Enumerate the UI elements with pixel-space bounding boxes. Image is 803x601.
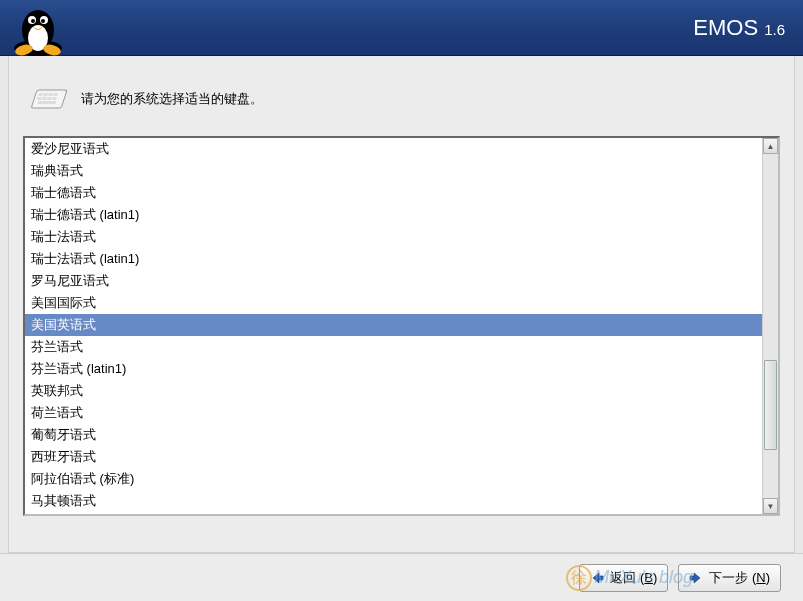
scroll-down-button[interactable]: ▼ (763, 498, 778, 514)
instruction-text: 请为您的系统选择适当的键盘。 (81, 90, 263, 108)
brand-version: 1.6 (764, 21, 785, 38)
list-item[interactable]: 美国英语式 (25, 314, 762, 336)
scroll-up-button[interactable]: ▲ (763, 138, 778, 154)
svg-point-5 (31, 19, 35, 23)
keyboard-icon (27, 84, 67, 114)
scroll-thumb[interactable] (764, 360, 777, 450)
list-item[interactable]: 英联邦式 (25, 380, 762, 402)
list-item[interactable]: 西班牙语式 (25, 446, 762, 468)
list-item[interactable]: 芬兰语式 (25, 336, 762, 358)
brand-label: EMOS 1.6 (693, 15, 785, 41)
scrollbar[interactable]: ▲ ▼ (762, 138, 778, 514)
list-item[interactable]: 美国国际式 (25, 292, 762, 314)
svg-rect-18 (38, 101, 57, 104)
list-item[interactable]: 芬兰语式 (latin1) (25, 358, 762, 380)
brand-name: EMOS (693, 15, 758, 41)
list-item[interactable]: 罗马尼亚语式 (25, 270, 762, 292)
list-item[interactable]: 葡萄牙语式 (25, 424, 762, 446)
instruction-row: 请为您的系统选择适当的键盘。 (27, 84, 780, 114)
next-button-label: 下一步 (N) (709, 569, 770, 587)
footer-bar: 返回 (B) 下一步 (N) (0, 553, 803, 601)
svg-point-6 (41, 19, 45, 23)
list-item[interactable]: 瑞士法语式 (latin1) (25, 248, 762, 270)
back-button-label: 返回 (B) (610, 569, 657, 587)
list-item[interactable]: 马其顿语式 (25, 490, 762, 512)
back-button[interactable]: 返回 (B) (579, 564, 668, 592)
keyboard-list[interactable]: 爱沙尼亚语式瑞典语式瑞士德语式瑞士德语式 (latin1)瑞士法语式瑞士法语式 … (25, 138, 762, 514)
main-content: 请为您的系统选择适当的键盘。 爱沙尼亚语式瑞典语式瑞士德语式瑞士德语式 (lat… (8, 56, 795, 553)
list-item[interactable]: 瑞士法语式 (25, 226, 762, 248)
list-item[interactable]: 爱沙尼亚语式 (25, 138, 762, 160)
next-button[interactable]: 下一步 (N) (678, 564, 781, 592)
list-item[interactable]: 阿拉伯语式 (标准) (25, 468, 762, 490)
tux-logo (8, 0, 68, 56)
list-item[interactable]: 瑞士德语式 (25, 182, 762, 204)
list-item[interactable]: 瑞典语式 (25, 160, 762, 182)
list-item[interactable]: 荷兰语式 (25, 402, 762, 424)
arrow-right-icon (689, 571, 703, 585)
scroll-track[interactable] (763, 154, 778, 498)
list-item[interactable]: 瑞士德语式 (latin1) (25, 204, 762, 226)
keyboard-list-frame: 爱沙尼亚语式瑞典语式瑞士德语式瑞士德语式 (latin1)瑞士法语式瑞士法语式 … (23, 136, 780, 516)
arrow-left-icon (590, 571, 604, 585)
installer-header: EMOS 1.6 (0, 0, 803, 56)
